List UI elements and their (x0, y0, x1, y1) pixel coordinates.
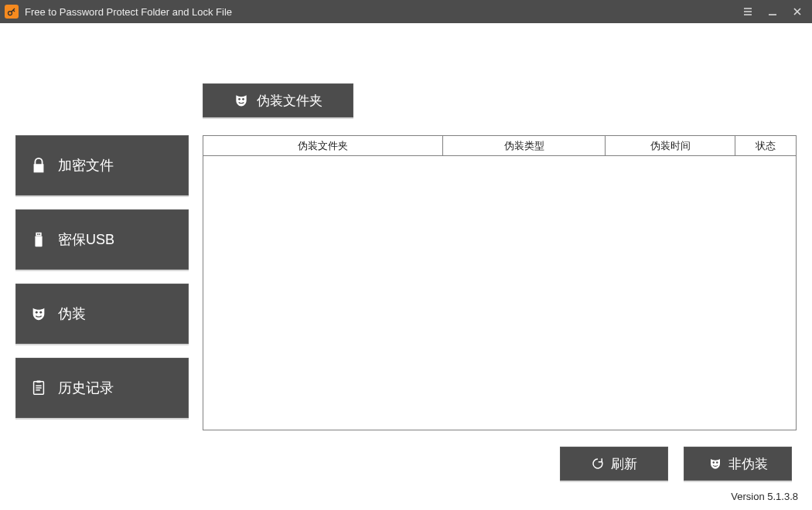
svg-point-5 (36, 311, 38, 314)
sidebar-item-label: 历史记录 (58, 379, 114, 397)
svg-point-0 (9, 12, 12, 15)
button-label: 伪装文件夹 (257, 92, 322, 110)
svg-rect-2 (35, 236, 42, 246)
menu-button[interactable] (742, 6, 753, 17)
svg-rect-4 (39, 233, 39, 235)
sidebar-item-history[interactable]: 历史记录 (15, 358, 189, 418)
version-label: Version 5.1.3.8 (731, 491, 798, 502)
minimize-button[interactable] (767, 6, 778, 17)
svg-point-6 (39, 311, 42, 314)
refresh-button[interactable]: 刷新 (560, 447, 668, 481)
disguise-folder-button[interactable]: 伪装文件夹 (203, 83, 353, 117)
sidebar-item-disguise[interactable]: 伪装 (15, 284, 189, 344)
svg-point-11 (712, 461, 714, 463)
sidebar-item-encrypt[interactable]: 加密文件 (15, 135, 189, 196)
usb-icon (30, 231, 47, 248)
title-bar: Free to Password Protect Folder and Lock… (0, 0, 812, 23)
svg-point-12 (716, 461, 718, 463)
sidebar-item-usb[interactable]: 密保USB (15, 209, 189, 270)
svg-point-10 (242, 98, 244, 100)
app-title: Free to Password Protect Folder and Lock… (25, 6, 742, 18)
column-header-time[interactable]: 伪装时间 (606, 136, 735, 156)
sidebar-item-label: 加密文件 (58, 156, 114, 175)
app-window: Free to Password Protect Folder and Lock… (0, 0, 812, 510)
content-area: 加密文件 密保USB 伪装 历史记录 (0, 23, 812, 510)
column-header-type[interactable]: 伪装类型 (443, 136, 606, 156)
button-label: 刷新 (611, 455, 637, 473)
sidebar-item-label: 伪装 (58, 304, 86, 323)
window-controls (742, 6, 807, 17)
lock-icon (30, 157, 47, 174)
disguise-table: 伪装文件夹 伪装类型 伪装时间 状态 (203, 135, 797, 430)
undisguise-button[interactable]: 非伪装 (684, 447, 792, 481)
sidebar-item-label: 密保USB (58, 230, 114, 249)
svg-rect-8 (36, 380, 41, 382)
app-icon (5, 5, 19, 19)
mask-icon (30, 305, 47, 322)
column-header-status[interactable]: 状态 (735, 136, 796, 156)
mask-icon (234, 93, 249, 108)
sidebar: 加密文件 密保USB 伪装 历史记录 (15, 135, 189, 432)
mask-icon (708, 457, 722, 471)
bottom-button-row: 刷新 非伪装 (560, 447, 792, 481)
clipboard-icon (30, 379, 47, 396)
close-button[interactable] (792, 6, 803, 17)
table-header: 伪装文件夹 伪装类型 伪装时间 状态 (203, 136, 796, 156)
refresh-icon (591, 457, 605, 471)
svg-rect-3 (37, 233, 38, 235)
column-header-folder[interactable]: 伪装文件夹 (203, 136, 443, 156)
svg-rect-1 (36, 233, 41, 236)
button-label: 非伪装 (728, 455, 768, 473)
svg-point-9 (238, 98, 241, 100)
